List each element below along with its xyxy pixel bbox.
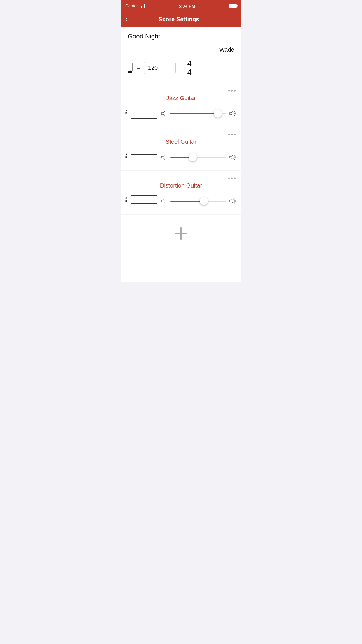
status-bar: Carrier 5:34 PM [121, 0, 241, 12]
volume-slider[interactable] [170, 109, 226, 118]
svg-marker-7 [230, 111, 233, 116]
page-title: Score Settings [132, 16, 226, 23]
track-body: T A B [125, 106, 237, 121]
tempo-input[interactable] [144, 62, 176, 74]
svg-marker-6 [161, 111, 165, 116]
volume-low-icon [161, 198, 167, 204]
tab-staff: T A B [125, 149, 157, 165]
track-card: ••• Steel Guitar T A B [121, 127, 241, 170]
volume-control [161, 153, 237, 162]
track-name: Distortion Guitar [125, 182, 237, 189]
track-name: Steel Guitar [125, 139, 237, 145]
svg-marker-8 [161, 155, 165, 160]
time-signature: 4 4 [187, 59, 192, 76]
more-options-button[interactable]: ••• [228, 131, 237, 138]
volume-control [161, 109, 237, 118]
svg-marker-11 [230, 199, 233, 203]
add-track-button[interactable] [174, 226, 188, 241]
track-body: T A B [125, 193, 237, 209]
add-track-section [121, 215, 241, 253]
title-divider [128, 43, 234, 43]
more-options-button[interactable]: ••• [228, 175, 237, 182]
track-header: ••• [125, 88, 237, 94]
note-icon [128, 62, 134, 73]
svg-rect-3 [144, 4, 145, 8]
tab-staff: T A B [125, 193, 157, 209]
tempo-row: = 4 4 [128, 59, 234, 76]
svg-point-4 [128, 70, 132, 73]
volume-high-icon [229, 198, 237, 204]
score-composer: Wade [128, 46, 234, 53]
volume-control [161, 196, 237, 206]
more-options-button[interactable]: ••• [228, 88, 237, 94]
track-card: ••• Distortion Guitar T A B [121, 171, 241, 214]
bottom-space [121, 253, 241, 282]
volume-slider[interactable] [170, 153, 226, 162]
svg-rect-5 [132, 63, 133, 71]
back-button[interactable]: ‹ [125, 15, 127, 23]
track-card: ••• Jazz Guitar T A B [121, 83, 241, 127]
status-bar-left: Carrier [125, 4, 145, 8]
svg-rect-1 [141, 6, 142, 8]
tracks-container: ••• Jazz Guitar T A B [121, 83, 241, 214]
tab-staff: T A B [125, 106, 157, 121]
equals-sign: = [137, 64, 141, 71]
svg-rect-0 [140, 7, 140, 8]
score-title: Good Night [128, 33, 234, 40]
track-name: Jazz Guitar [125, 95, 237, 102]
status-bar-right [229, 4, 237, 8]
status-time: 5:34 PM [179, 4, 195, 8]
track-body: T A B [125, 149, 237, 165]
volume-high-icon [229, 154, 237, 160]
track-header: ••• [125, 175, 237, 182]
volume-low-icon [161, 110, 167, 117]
volume-low-icon [161, 154, 167, 160]
time-sig-numerator: 4 [187, 59, 192, 68]
svg-rect-2 [143, 5, 143, 8]
volume-high-icon [229, 110, 237, 117]
svg-marker-10 [161, 199, 165, 203]
volume-slider[interactable] [170, 196, 226, 206]
time-sig-denominator: 4 [187, 68, 192, 76]
carrier-label: Carrier [125, 4, 138, 8]
svg-marker-9 [230, 155, 233, 160]
plus-icon [174, 226, 188, 241]
track-header: ••• [125, 131, 237, 138]
battery-icon [229, 4, 237, 8]
nav-bar: ‹ Score Settings [121, 12, 241, 27]
score-info-section: Good Night Wade = 4 4 [121, 27, 241, 83]
wifi-icon [140, 4, 145, 8]
